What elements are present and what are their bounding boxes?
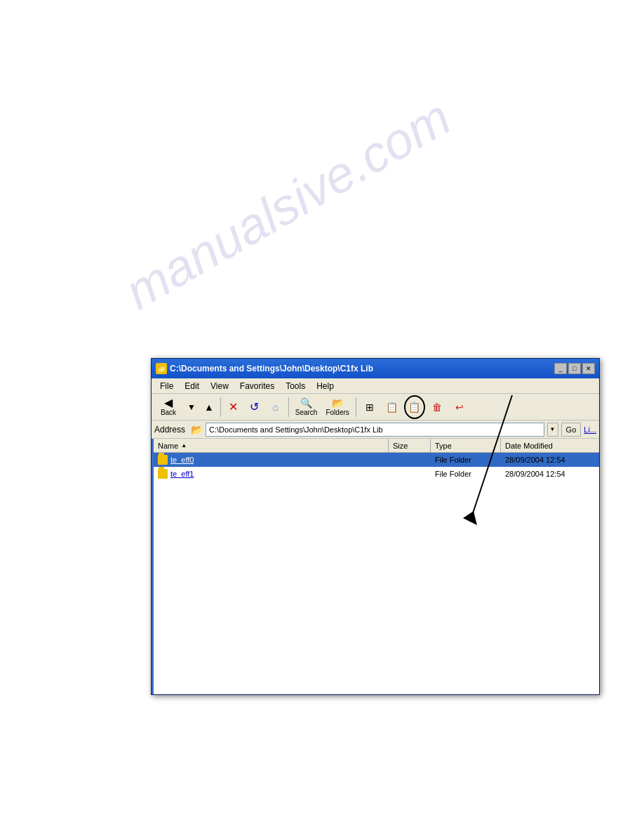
separator-2 — [288, 397, 289, 417]
search-button[interactable]: 🔍 Search — [292, 395, 321, 419]
sort-arrow: ▲ — [181, 442, 187, 449]
search-icon: 🔍 — [300, 397, 312, 409]
search-label: Search — [295, 409, 318, 416]
title-bar: 📁 C:\Documents and Settings\John\Desktop… — [152, 359, 599, 378]
links-label[interactable]: Li... — [584, 425, 596, 434]
up-icon: ▲ — [204, 402, 214, 413]
watermark: manualsive.com — [115, 88, 460, 320]
folder-icon — [158, 455, 168, 465]
title-bar-buttons: _ □ ✕ — [554, 363, 595, 374]
folder-icon — [158, 469, 168, 479]
undo-button[interactable]: ↩ — [449, 395, 470, 419]
close-button[interactable]: ✕ — [582, 363, 595, 374]
column-headers: Name ▲ Size Type Date Modified — [154, 439, 599, 453]
maximize-button[interactable]: □ — [568, 363, 581, 374]
window-icon: 📁 — [156, 363, 167, 374]
file-type-cell: File Folder — [431, 470, 501, 478]
separator-3 — [356, 397, 356, 417]
address-folder-icon: 📂 — [191, 424, 203, 435]
refresh-icon: ↺ — [250, 400, 259, 413]
copy-icon: 📋 — [408, 402, 420, 413]
menu-file[interactable]: File — [154, 380, 179, 392]
file-date-cell: 28/09/2004 12:54 — [501, 456, 599, 464]
menu-bar: File Edit View Favorites Tools Help — [152, 378, 599, 394]
undo-icon: ↩ — [455, 402, 464, 413]
folders-icon: 📂 — [332, 397, 344, 409]
address-bar: Address 📂 ▼ Go Li... — [152, 421, 599, 439]
address-label: Address — [154, 425, 185, 435]
folders-button[interactable]: 📂 Folders — [322, 395, 352, 419]
toolbar: ◀ Back ▼ ▲ ✕ ↺ ⌂ 🔍 Search 📂 Folde — [152, 394, 599, 421]
file-date-cell: 28/09/2004 12:54 — [501, 470, 599, 478]
moveto-icon: 📋 — [386, 402, 398, 413]
stop-icon: ✕ — [229, 400, 238, 413]
back-label: Back — [161, 409, 176, 416]
forward-button[interactable]: ▼ — [184, 395, 199, 419]
delete-button[interactable]: 🗑 — [427, 395, 448, 419]
minimize-button[interactable]: _ — [554, 363, 567, 374]
moveto-button[interactable]: 📋 — [382, 395, 403, 419]
file-list: Name ▲ Size Type Date Modified te_eff0Fi… — [154, 439, 599, 694]
folders-label: Folders — [326, 409, 349, 416]
file-type-cell: File Folder — [431, 456, 501, 464]
col-header-name[interactable]: Name ▲ — [154, 439, 389, 452]
menu-favorites[interactable]: Favorites — [234, 380, 280, 392]
file-list-container: Name ▲ Size Type Date Modified te_eff0Fi… — [152, 439, 599, 694]
copy-button[interactable]: 📋 — [404, 395, 425, 419]
file-name-cell: te_eff0 — [154, 455, 389, 465]
file-rows-container: te_eff0File Folder28/09/2004 12:54te_eff… — [154, 453, 599, 481]
col-header-date[interactable]: Date Modified — [501, 439, 599, 452]
menu-tools[interactable]: Tools — [280, 380, 311, 392]
go-button[interactable]: Go — [561, 423, 582, 437]
file-name[interactable]: te_eff0 — [170, 456, 194, 464]
home-icon: ⌂ — [273, 402, 279, 413]
address-input[interactable] — [206, 423, 544, 437]
separator-1 — [220, 397, 221, 417]
views-button[interactable]: ⊞ — [359, 395, 380, 419]
explorer-window: 📁 C:\Documents and Settings\John\Desktop… — [151, 358, 600, 695]
stop-button[interactable]: ✕ — [224, 395, 243, 419]
views-icon: ⊞ — [365, 402, 374, 413]
home-button[interactable]: ⌂ — [266, 395, 286, 419]
menu-help[interactable]: Help — [311, 380, 340, 392]
refresh-button[interactable]: ↺ — [245, 395, 264, 419]
window-title: C:\Documents and Settings\John\Desktop\C… — [170, 364, 551, 373]
col-header-type[interactable]: Type — [431, 439, 501, 452]
table-row[interactable]: te_eff0File Folder28/09/2004 12:54 — [154, 453, 599, 467]
forward-icon: ▼ — [187, 403, 196, 411]
back-icon: ◀ — [164, 397, 173, 409]
file-name-cell: te_eff1 — [154, 469, 389, 479]
delete-icon: 🗑 — [432, 402, 442, 413]
col-header-size[interactable]: Size — [389, 439, 431, 452]
table-row[interactable]: te_eff1File Folder28/09/2004 12:54 — [154, 467, 599, 481]
file-name[interactable]: te_eff1 — [170, 470, 194, 478]
menu-view[interactable]: View — [205, 380, 234, 392]
up-button[interactable]: ▲ — [201, 395, 217, 419]
menu-edit[interactable]: Edit — [179, 380, 205, 392]
address-dropdown[interactable]: ▼ — [547, 423, 558, 437]
back-button[interactable]: ◀ Back — [154, 395, 182, 419]
